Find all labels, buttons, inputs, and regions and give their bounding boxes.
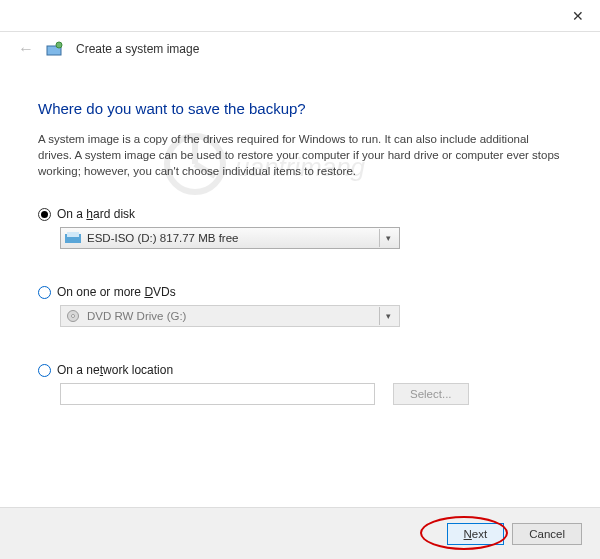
option-dvds: On one or more DVDs DVD RW Drive (G:) ▾ — [38, 285, 562, 327]
radio-label: On one or more DVDs — [57, 285, 176, 299]
next-button[interactable]: Next — [447, 523, 505, 545]
radio-icon — [38, 364, 51, 377]
chevron-down-icon: ▾ — [379, 307, 397, 325]
option-network: On a network location Select... — [38, 363, 562, 405]
radio-dvds[interactable]: On one or more DVDs — [38, 285, 562, 299]
svg-point-5 — [72, 315, 75, 318]
hard-disk-combo[interactable]: ESD-ISO (D:) 817.77 MB free ▾ — [60, 227, 400, 249]
radio-label: On a hard disk — [57, 207, 135, 221]
cancel-button[interactable]: Cancel — [512, 523, 582, 545]
select-button: Select... — [393, 383, 469, 405]
content: Where do you want to save the backup? A … — [0, 64, 600, 405]
page-title: Create a system image — [76, 42, 199, 56]
combo-value: DVD RW Drive (G:) — [87, 310, 186, 322]
svg-point-1 — [56, 42, 62, 48]
footer: Next Cancel — [0, 507, 600, 559]
radio-icon — [38, 286, 51, 299]
network-path-input — [60, 383, 375, 405]
app-icon — [46, 40, 64, 58]
svg-rect-3 — [67, 232, 79, 237]
header: ← Create a system image — [0, 34, 600, 64]
dvd-combo: DVD RW Drive (G:) ▾ — [60, 305, 400, 327]
radio-label: On a network location — [57, 363, 173, 377]
drive-icon — [65, 231, 81, 245]
description: A system image is a copy of the drives r… — [38, 131, 562, 179]
radio-icon — [38, 208, 51, 221]
heading: Where do you want to save the backup? — [38, 100, 562, 117]
chevron-down-icon: ▾ — [379, 229, 397, 247]
titlebar: ✕ — [0, 0, 600, 32]
combo-value: ESD-ISO (D:) 817.77 MB free — [87, 232, 238, 244]
radio-network[interactable]: On a network location — [38, 363, 562, 377]
radio-hard-disk[interactable]: On a hard disk — [38, 207, 562, 221]
option-hard-disk: On a hard disk ESD-ISO (D:) 817.77 MB fr… — [38, 207, 562, 249]
disc-icon — [65, 309, 81, 323]
back-arrow-icon[interactable]: ← — [18, 40, 34, 58]
close-icon[interactable]: ✕ — [568, 8, 588, 24]
